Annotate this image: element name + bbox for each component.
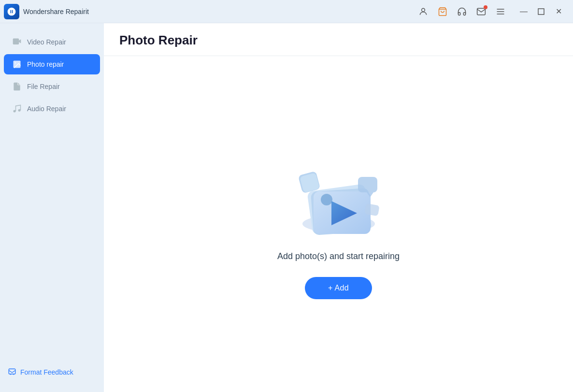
sidebar-item-file-repair[interactable]: File Repair xyxy=(4,76,100,97)
minimize-button[interactable]: — xyxy=(515,3,532,20)
sidebar-item-photo-repair[interactable]: Photo repair xyxy=(4,54,100,74)
cart-icon[interactable] xyxy=(434,3,451,20)
sidebar-item-label: Video Repair xyxy=(27,38,66,46)
sidebar-item-video-repair[interactable]: Video Repair xyxy=(4,32,100,52)
sidebar: Video Repair Photo repair File Repair xyxy=(0,23,104,392)
svg-rect-5 xyxy=(538,9,544,15)
maximize-button[interactable] xyxy=(532,3,550,20)
sidebar-item-audio-repair[interactable]: Audio Repair xyxy=(4,99,100,119)
empty-state: Add photo(s) and start repairing + Add xyxy=(104,56,573,392)
svg-rect-19 xyxy=(358,177,377,192)
svg-point-21 xyxy=(321,194,332,205)
audio-repair-icon xyxy=(12,103,22,114)
app-logo xyxy=(4,4,19,19)
sidebar-item-label: File Repair xyxy=(27,83,60,90)
close-button[interactable]: ✕ xyxy=(550,3,567,20)
svg-point-0 xyxy=(422,8,425,12)
svg-rect-6 xyxy=(13,39,19,45)
svg-point-10 xyxy=(18,109,21,112)
photo-repair-illustration xyxy=(286,149,392,236)
sidebar-item-label: Audio Repair xyxy=(27,105,66,113)
video-repair-icon xyxy=(12,37,22,47)
main-layout: Video Repair Photo repair File Repair xyxy=(0,23,573,392)
app-title: Wondershare Repairit xyxy=(23,8,89,15)
menu-icon[interactable] xyxy=(492,3,509,20)
mail-badge xyxy=(484,5,487,9)
svg-point-8 xyxy=(15,62,16,64)
file-repair-icon xyxy=(12,81,22,92)
feedback-icon xyxy=(8,368,16,377)
feedback-label: Format Feedback xyxy=(20,368,73,376)
svg-point-9 xyxy=(14,110,16,113)
title-bar-left: Wondershare Repairit xyxy=(4,4,89,19)
photo-repair-icon xyxy=(12,59,22,70)
svg-rect-11 xyxy=(9,369,15,374)
format-feedback-link[interactable]: Format Feedback xyxy=(8,368,96,377)
title-bar: Wondershare Repairit xyxy=(0,0,573,23)
add-button[interactable]: + Add xyxy=(305,277,372,299)
empty-state-text: Add photo(s) and start repairing xyxy=(277,251,400,261)
title-bar-right: — ✕ xyxy=(415,3,567,20)
page-title: Photo Repair xyxy=(119,33,558,48)
main-content: Photo Repair xyxy=(104,23,573,392)
logo-icon xyxy=(7,7,16,16)
support-icon[interactable] xyxy=(453,3,471,20)
sidebar-footer: Format Feedback xyxy=(0,360,104,384)
mail-icon[interactable] xyxy=(473,3,490,20)
content-header: Photo Repair xyxy=(104,23,573,56)
account-icon[interactable] xyxy=(415,3,432,20)
window-controls: — ✕ xyxy=(515,3,567,20)
sidebar-item-label: Photo repair xyxy=(27,60,64,68)
